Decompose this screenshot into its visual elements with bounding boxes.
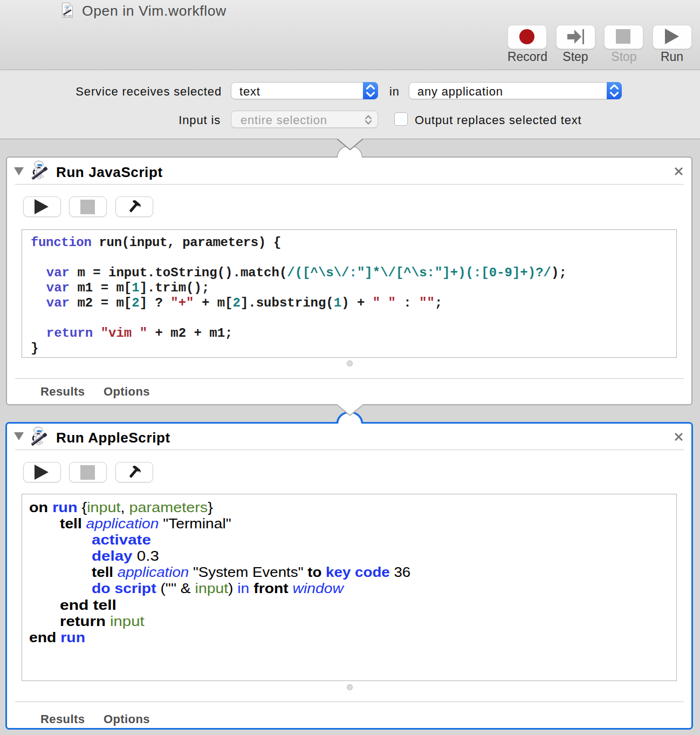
svg-text:WFLOW: WFLOW — [63, 15, 72, 17]
